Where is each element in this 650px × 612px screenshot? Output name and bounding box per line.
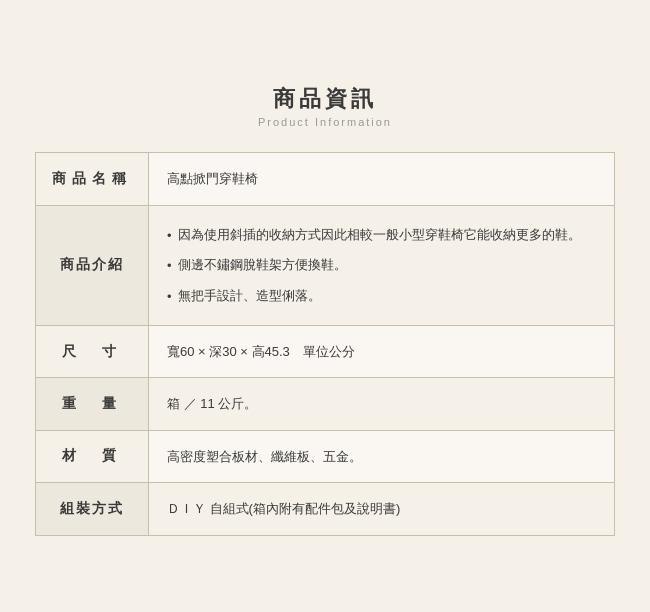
label-product-intro: 商品介紹 (36, 205, 149, 325)
list-item: 因為使用斜插的收納方式因此相較一般小型穿鞋椅它能收納更多的鞋。 (167, 220, 596, 250)
product-table: 商品名稱高點掀門穿鞋椅商品介紹因為使用斜插的收納方式因此相較一般小型穿鞋椅它能收… (35, 152, 615, 535)
product-info-container: 商品資訊 Product Information 商品名稱高點掀門穿鞋椅商品介紹… (35, 76, 615, 535)
value-product-intro: 因為使用斜插的收納方式因此相較一般小型穿鞋椅它能收納更多的鞋。側邊不鏽鋼脫鞋架方… (149, 205, 615, 325)
page-title: 商品資訊 (35, 84, 615, 114)
label-assembly: 組裝方式 (36, 483, 149, 535)
page-header: 商品資訊 Product Information (35, 76, 615, 136)
list-item: 側邊不鏽鋼脫鞋架方便換鞋。 (167, 250, 596, 280)
page-subtitle: Product Information (35, 116, 615, 128)
label-material: 材 質 (36, 430, 149, 482)
label-dimensions: 尺 寸 (36, 326, 149, 378)
value-product-name: 高點掀門穿鞋椅 (149, 153, 615, 205)
list-item: 無把手設計、造型俐落。 (167, 281, 596, 311)
value-assembly: ＤＩＹ 自組式(箱內附有配件包及說明書) (149, 483, 615, 535)
label-product-name: 商品名稱 (36, 153, 149, 205)
value-weight: 箱 ／ 11 公斤。 (149, 378, 615, 430)
label-weight: 重 量 (36, 378, 149, 430)
value-material: 高密度塑合板材、纖維板、五金。 (149, 430, 615, 482)
value-dimensions: 寬60 × 深30 × 高45.3 單位公分 (149, 326, 615, 378)
